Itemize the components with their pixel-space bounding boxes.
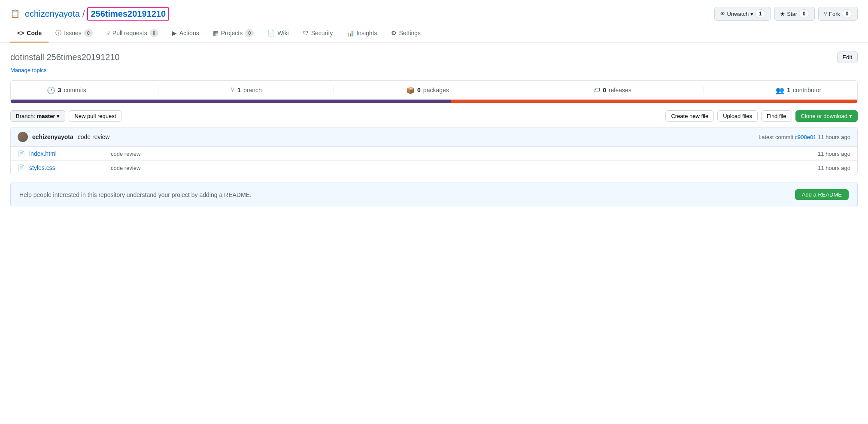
contributors-label: contributor — [793, 87, 821, 94]
commits-icon: 🕐 — [47, 86, 55, 94]
find-file-button[interactable]: Find file — [761, 110, 792, 122]
tab-insights[interactable]: 📊 Insights — [340, 24, 384, 42]
commit-message: code review — [78, 133, 110, 140]
tab-code-label: Code — [27, 30, 42, 36]
branch-name: master — [37, 113, 55, 119]
commit-author[interactable]: echizenyayota — [32, 133, 73, 140]
add-readme-button[interactable]: Add a README — [795, 189, 849, 200]
packages-icon: 📦 — [406, 86, 415, 94]
packages-stat[interactable]: 📦 0 packages — [406, 86, 449, 94]
packages-label: packages — [423, 87, 449, 94]
edit-button[interactable]: Edit — [837, 51, 858, 63]
tab-projects-label: Projects — [221, 30, 243, 36]
security-icon: 🛡 — [303, 30, 309, 36]
tab-issues-label: Issues — [64, 30, 81, 36]
releases-label: releases — [609, 87, 631, 94]
clone-or-download-button[interactable]: Clone or download ▾ — [795, 110, 858, 122]
branch-count: 1 — [237, 87, 241, 94]
file-row: 📄 styles.css code review 11 hours ago — [11, 161, 857, 175]
create-new-file-button[interactable]: Create new file — [665, 110, 714, 122]
projects-badge: 0 — [245, 29, 254, 37]
unwatch-count: 1 — [755, 9, 765, 18]
repo-header: 📋 echizenyayota / 256times20191210 👁 Unw… — [0, 0, 868, 21]
issues-icon: ⓘ — [55, 29, 61, 37]
fork-icon: ⑂ — [824, 11, 827, 17]
repo-nav: <> Code ⓘ Issues 0 ⑂ Pull requests 0 ▶ A… — [0, 24, 868, 43]
tab-security-label: Security — [311, 30, 333, 36]
tab-projects[interactable]: ▦ Projects 0 — [206, 24, 261, 43]
latest-commit-label: Latest commit — [759, 134, 793, 140]
wiki-icon: 📄 — [267, 30, 275, 36]
avatar — [18, 132, 28, 142]
settings-icon: ⚙ — [391, 30, 397, 36]
eye-icon: 👁 — [720, 11, 725, 17]
projects-icon: ▦ — [213, 30, 219, 36]
commits-stat[interactable]: 🕐 3 commits — [47, 86, 86, 94]
repo-separator: / — [82, 9, 85, 19]
chevron-down-icon: ▾ — [750, 11, 753, 17]
releases-count: 0 — [603, 87, 606, 94]
releases-icon: 🏷 — [593, 86, 600, 94]
actions-icon: ▶ — [172, 30, 177, 36]
commit-sha[interactable]: c908e01 — [795, 134, 816, 140]
stat-separator-3 — [521, 86, 521, 94]
tab-insights-label: Insights — [356, 30, 377, 36]
file-name-1[interactable]: styles.css — [29, 164, 106, 171]
latest-commit-row: echizenyayota code review Latest commit … — [11, 127, 857, 147]
repo-actions: 👁 Unwatch ▾ 1 ★ Star 0 ⑂ Fork 0 — [714, 7, 858, 21]
tab-security[interactable]: 🛡 Security — [296, 24, 340, 42]
tab-code[interactable]: <> Code — [10, 24, 49, 42]
pr-icon: ⑂ — [106, 30, 110, 36]
stats-bar: 🕐 3 commits ⑂ 1 branch 📦 0 packages 🏷 0 … — [10, 80, 858, 103]
clone-label: Clone or download — [801, 113, 847, 119]
fork-count: 0 — [842, 9, 852, 18]
commits-count: 3 — [58, 87, 61, 94]
branches-stat[interactable]: ⑂ 1 branch — [231, 86, 262, 94]
star-label: Star — [787, 11, 797, 17]
star-button[interactable]: ★ Star 0 — [774, 7, 815, 21]
file-toolbar: Branch: master ▾ New pull request Create… — [10, 110, 858, 122]
chevron-down-icon: ▾ — [57, 113, 60, 119]
issues-badge: 0 — [84, 29, 93, 37]
tab-actions[interactable]: ▶ Actions — [165, 24, 206, 42]
file-table: echizenyayota code review Latest commit … — [10, 127, 858, 175]
tab-settings[interactable]: ⚙ Settings — [384, 24, 428, 42]
toolbar-right: Create new file Upload files Find file C… — [665, 110, 858, 122]
tab-issues[interactable]: ⓘ Issues 0 — [49, 24, 99, 43]
repo-name-link[interactable]: 256times20191210 — [87, 7, 169, 21]
file-commit-msg-0: code review — [111, 151, 813, 157]
commit-meta: Latest commit c908e01 11 hours ago — [759, 134, 850, 140]
branch-selector[interactable]: Branch: master ▾ — [10, 110, 65, 122]
tab-wiki[interactable]: 📄 Wiki — [261, 24, 295, 42]
contributors-icon: 👥 — [776, 86, 784, 94]
unwatch-label: Unwatch — [727, 11, 749, 17]
lang-css-segment — [11, 100, 451, 103]
star-count: 0 — [799, 9, 809, 18]
insights-icon: 📊 — [346, 30, 354, 36]
contributors-stat[interactable]: 👥 1 contributor — [776, 86, 821, 94]
repo-icon: 📋 — [10, 9, 20, 18]
tab-pull-requests[interactable]: ⑂ Pull requests 0 — [100, 24, 165, 43]
repo-description-row: dotinstall 256times20191210 Edit — [10, 51, 858, 63]
upload-files-button[interactable]: Upload files — [717, 110, 758, 122]
language-bar — [11, 100, 857, 103]
repo-owner-link[interactable]: echizenyayota — [25, 9, 80, 19]
stats-row: 🕐 3 commits ⑂ 1 branch 📦 0 packages 🏷 0 … — [11, 81, 857, 100]
avatar-image — [18, 132, 28, 142]
file-icon: 📄 — [18, 150, 25, 157]
pr-badge: 0 — [150, 29, 158, 37]
file-time-1: 11 hours ago — [818, 165, 850, 171]
packages-count: 0 — [417, 87, 421, 94]
code-icon: <> — [17, 30, 24, 36]
fork-button[interactable]: ⑂ Fork 0 — [818, 7, 858, 21]
branch-prefix: Branch: — [16, 113, 35, 119]
branch-icon: ⑂ — [231, 86, 235, 94]
releases-stat[interactable]: 🏷 0 releases — [593, 86, 631, 94]
unwatch-button[interactable]: 👁 Unwatch ▾ 1 — [714, 7, 771, 21]
manage-topics-link[interactable]: Manage topics — [10, 67, 47, 73]
contributors-count: 1 — [787, 87, 790, 94]
repo-title: 📋 echizenyayota / 256times20191210 — [10, 7, 169, 21]
new-pull-request-button[interactable]: New pull request — [69, 110, 121, 122]
file-name-0[interactable]: index.html — [29, 150, 106, 157]
file-commit-msg-1: code review — [111, 165, 813, 171]
